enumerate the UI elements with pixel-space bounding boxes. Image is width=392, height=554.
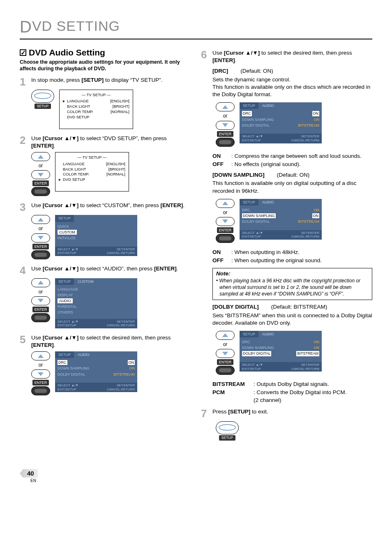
up-arrow-icon: [222, 105, 228, 109]
setup-label: SETUP: [35, 104, 51, 109]
screen-row-label: COLOR TEMP.: [63, 172, 106, 177]
section-subtitle: Choose the appropriate audio settings fo…: [20, 59, 191, 72]
screen-row-value: [NORMAL]: [111, 109, 129, 115]
step-text: to select “DVD SETUP”, then press: [78, 135, 167, 141]
step-text: .: [235, 57, 237, 63]
osd-row-label: DRC: [242, 208, 250, 212]
enter-label: ENTER: [32, 307, 49, 312]
osd-row-label: DOLBY DIGITAL: [58, 372, 85, 377]
enter-button-icon: [219, 236, 231, 240]
screen-row-value: [NORMAL]: [106, 172, 125, 177]
osd-row-label: DOLBY DIGITAL: [242, 351, 271, 356]
osd-tab-active: AUDIO: [259, 199, 277, 205]
osd-item-selected: AUDIO: [58, 298, 73, 303]
dvd-disc-icon: [219, 424, 236, 431]
screen-row-label: DVD SETUP: [63, 177, 125, 182]
osd-row-label: DRC: [242, 339, 250, 344]
osd-item: DISPLAY: [58, 292, 135, 298]
osd-hint: EXIT:SETUP: [242, 138, 261, 142]
option-desc: : Outputs Dolby Digital signals.: [254, 381, 329, 388]
step-7: 7 Press [SETUP] to exit.: [201, 408, 372, 419]
enter-button-icon: [35, 189, 47, 194]
option-desc: : When outputting in 48kHz.: [231, 249, 300, 256]
osd-item: INITIALIZE: [58, 235, 135, 241]
step-1: 1 In stop mode, press [SETUP] to display…: [20, 76, 191, 87]
osd-tab-active: AUDIO: [259, 102, 277, 109]
osd-hint: CANCEL:RETURN: [107, 388, 135, 391]
step-bold: [Cursor ▲/▼]: [43, 202, 78, 208]
osd-tab: SETUP: [55, 351, 74, 358]
step-number: 6: [201, 49, 209, 64]
page-number: 40: [20, 469, 38, 478]
step-text: to select the desired item, then press: [260, 50, 352, 56]
osd-hint: SELECT ▲/▼: [58, 247, 78, 251]
enter-label: ENTER: [32, 180, 49, 186]
osd-row-value: ON: [314, 208, 320, 212]
osd-row-value: BITSTREAM: [296, 351, 319, 356]
or-label: or: [39, 289, 43, 295]
param-desc: This function is available only on digit…: [212, 180, 372, 194]
page-header: DVD SETTING: [20, 16, 372, 39]
checkbox-checked-icon: [20, 49, 26, 56]
osd-hint: CANCEL:RETURN: [291, 367, 319, 371]
step-number: 3: [20, 202, 28, 212]
enter-label: ENTER: [217, 227, 234, 233]
osd-item-selected: CUSTOM: [58, 230, 77, 235]
step-text: .: [183, 202, 184, 208]
osd-audio-dolby-highlight: SETUPAUDIO DRCON DOWN SAMPLINGON DOLBY D…: [240, 331, 322, 372]
option-desc: : Converts the Dolby Digital into PCM.: [254, 389, 347, 395]
screen-row-label: BACK LIGHT: [67, 104, 113, 109]
page-lang: EN: [30, 478, 38, 484]
osd-row-label: DOWN SAMPLING: [58, 366, 90, 371]
step-text: to select “CUSTOM”, then press: [78, 202, 160, 208]
down-arrow-icon: [38, 236, 44, 240]
screen-row-value: [ENGLISH]: [110, 99, 129, 104]
osd-row-label: DRC: [242, 111, 252, 116]
step-text: .: [54, 342, 55, 348]
osd-custom-menu: SETUP CUSTOM LANGUAGE DISPLAY AUDIO PARE…: [55, 278, 137, 328]
osd-hint: EXIT:SETUP: [58, 388, 76, 391]
osd-audio-drc-highlight: SETUPAUDIO DRCON DOWN SAMPLINGON DOLBY D…: [240, 102, 322, 143]
screen-title: — TV SETUP —: [63, 92, 129, 98]
step-text: Use: [31, 335, 43, 341]
option-desc: : When outputting the original sound.: [231, 257, 322, 264]
down-arrow-icon: [38, 372, 44, 376]
osd-row-value: ON: [314, 339, 320, 344]
tv-setup-screen-dvd: — TV SETUP — LANGUAGE[ENGLISH] BACK LIGH…: [55, 152, 129, 192]
setup-button-illustration: SETUP: [216, 421, 239, 441]
down-arrow-icon: [222, 123, 228, 127]
step-number: 7: [201, 408, 209, 419]
osd-hint: SET:ENTER: [117, 320, 135, 323]
step-2: 2 Use [Cursor ▲/▼] to select “DVD SETUP”…: [20, 135, 191, 150]
osd-hint: EXIT:SETUP: [242, 235, 261, 238]
osd-item: QUICK: [58, 224, 135, 229]
note-title: Note:: [216, 270, 369, 277]
osd-hint: SET:ENTER: [301, 363, 319, 367]
step-text: Use: [31, 202, 43, 208]
osd-tab-active: AUDIO: [74, 351, 93, 358]
osd-row-value: ON: [128, 360, 135, 365]
screen-row-value: [BRIGHT]: [113, 104, 129, 109]
or-label: or: [223, 341, 228, 348]
step-bold: [Cursor ▲/▼]: [43, 135, 78, 141]
screen-row-label: DVD SETUP: [67, 115, 129, 120]
step-6: 6 Use [Cursor ▲/▼] to select the desired…: [201, 49, 372, 64]
osd-item: PARENTAL: [58, 304, 135, 309]
or-label: or: [39, 162, 43, 169]
osd-row-label: DOWN SAMPLING: [242, 345, 274, 350]
osd-tab-active: CUSTOM: [74, 278, 97, 285]
step-text: to exit.: [250, 409, 268, 415]
osd-hint: CANCEL:RETURN: [291, 235, 319, 238]
step-number: 2: [20, 135, 28, 150]
osd-row-value: ON: [312, 111, 320, 116]
cursor-enter-buttons: or ENTER: [31, 152, 50, 196]
section-title: DVD Audio Setting: [29, 47, 105, 58]
step-text: Use: [31, 265, 43, 272]
up-arrow-icon: [38, 218, 44, 222]
osd-hint: SELECT ▲/▼: [242, 363, 263, 367]
up-arrow-icon: [38, 155, 44, 159]
step-bold: [ENTER]: [212, 57, 235, 63]
osd-row-value: BITSTREAM: [113, 372, 135, 377]
header-rest: VD SETTING: [32, 18, 120, 34]
osd-row-value: ON: [129, 366, 135, 371]
